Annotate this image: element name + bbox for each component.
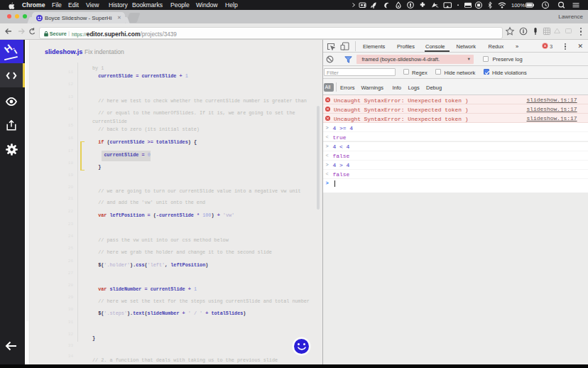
svg-text:100%: 100% [511,2,526,9]
